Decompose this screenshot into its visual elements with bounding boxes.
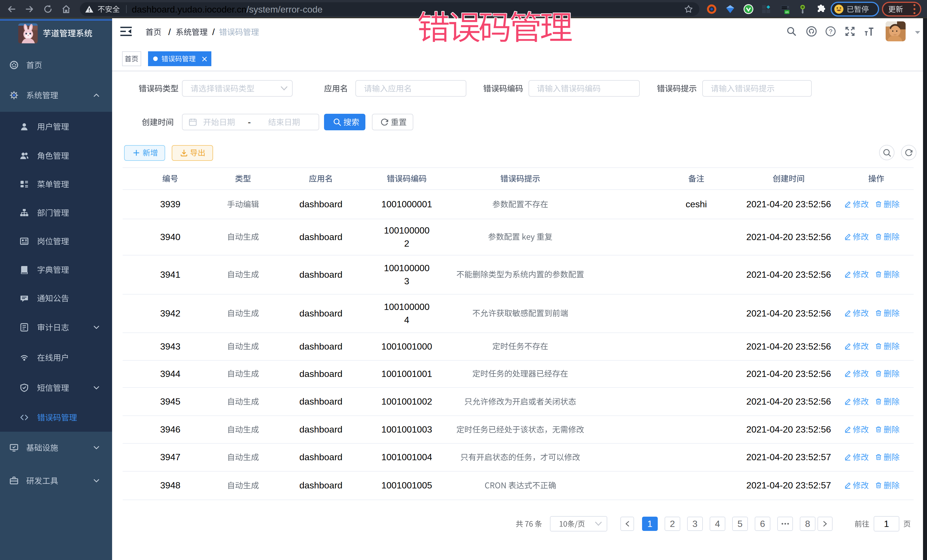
- svg-text:on: on: [785, 10, 789, 14]
- svg-text:?: ?: [829, 28, 832, 35]
